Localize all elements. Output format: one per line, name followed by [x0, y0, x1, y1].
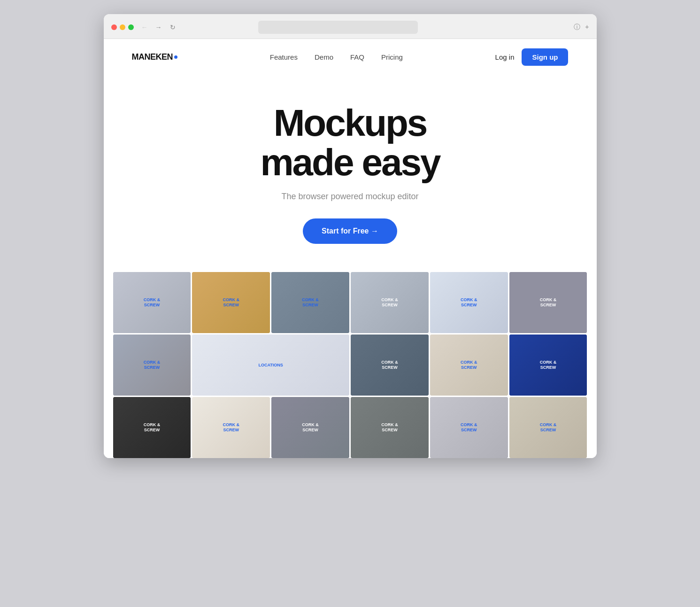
brand-label-r1c5: CORK &SCREW	[430, 272, 508, 333]
brand-label-r3c1: CORK &SCREW	[113, 397, 191, 458]
grid-cell-r3c2: CORK &SCREW	[192, 397, 270, 458]
navbar: MANEKEN Features Demo FAQ Pricing Log in…	[104, 39, 597, 75]
grid-cell-r1c1: CORK &SCREW	[113, 272, 191, 333]
traffic-lights	[111, 24, 134, 30]
grid-cell-r3c1: CORK &SCREW	[113, 397, 191, 458]
brand-label-r1c1: CORK &SCREW	[113, 272, 191, 333]
minimize-button[interactable]	[120, 24, 125, 30]
brand-label-r2c5: CORK &SCREW	[430, 335, 508, 396]
grid-cell-r1c2: CORK &SCREW	[192, 272, 270, 333]
add-tab-icon[interactable]: +	[585, 23, 589, 31]
grid-cell-r3c3: CORK &SCREW	[271, 397, 349, 458]
nav-item-features[interactable]: Features	[270, 53, 298, 62]
hero-subtitle: The browser powered mockup editor	[123, 192, 578, 202]
grid-cell-r1c4: CORK &SCREW	[351, 272, 429, 333]
browser-window: ← → ↻ ⓘ + MANEKEN Features Demo	[104, 14, 597, 458]
hero-title: Mockups made easy	[123, 103, 578, 182]
nav-link-faq[interactable]: FAQ	[350, 53, 364, 61]
grid-cell-r2c1: CORK &SCREW	[113, 335, 191, 396]
grid-cell-r1c5: CORK &SCREW	[430, 272, 508, 333]
nav-link-pricing[interactable]: Pricing	[381, 53, 403, 61]
grid-cell-r1c3: CORK &SCREW	[271, 272, 349, 333]
brand-label-r2c1: CORK &SCREW	[113, 335, 191, 396]
info-icon[interactable]: ⓘ	[574, 23, 580, 31]
grid-cell-r2c6: CORK &SCREW	[509, 335, 587, 396]
back-button[interactable]: ←	[139, 22, 150, 32]
reload-button[interactable]: ↻	[168, 22, 178, 32]
grid-cell-r2c4: CORK &SCREW	[351, 335, 429, 396]
brand-label-r2c2: LOCATIONS	[192, 335, 349, 396]
grid-cell-r2c2: LOCATIONS	[192, 335, 349, 396]
logo-dot	[174, 55, 177, 59]
grid-cell-r3c4: CORK &SCREW	[351, 397, 429, 458]
forward-button[interactable]: →	[154, 22, 164, 32]
brand-label-r1c4: CORK &SCREW	[351, 272, 429, 333]
address-bar[interactable]	[258, 21, 418, 34]
nav-actions: Log in Sign up	[495, 48, 569, 66]
hero-section: Mockups made easy The browser powered mo…	[104, 75, 597, 267]
close-button[interactable]	[111, 24, 117, 30]
brand-label-r1c2: CORK &SCREW	[192, 272, 270, 333]
maximize-button[interactable]	[128, 24, 134, 30]
grid-cell-r3c6: CORK &SCREW	[509, 397, 587, 458]
grid-cell-r3c5: CORK &SCREW	[430, 397, 508, 458]
nav-item-pricing[interactable]: Pricing	[381, 53, 403, 62]
cta-button[interactable]: Start for Free →	[303, 218, 397, 244]
hero-title-line2: made easy	[260, 141, 439, 183]
mockup-image-grid: CORK &SCREW CORK &SCREW CORK &SCREW CORK…	[104, 272, 597, 458]
brand-label-r3c4: CORK &SCREW	[351, 397, 429, 458]
signup-button[interactable]: Sign up	[522, 48, 568, 66]
brand-label-r3c5: CORK &SCREW	[430, 397, 508, 458]
nav-link-demo[interactable]: Demo	[315, 53, 333, 61]
grid-cell-r2c5: CORK &SCREW	[430, 335, 508, 396]
page-content: MANEKEN Features Demo FAQ Pricing Log in…	[104, 39, 597, 458]
browser-actions: ⓘ +	[574, 23, 589, 31]
nav-item-faq[interactable]: FAQ	[350, 53, 364, 62]
brand-label-r3c6: CORK &SCREW	[509, 397, 587, 458]
browser-chrome: ← → ↻ ⓘ +	[104, 14, 597, 39]
login-button[interactable]: Log in	[495, 53, 515, 61]
logo: MANEKEN	[132, 52, 178, 62]
nav-link-features[interactable]: Features	[270, 53, 298, 61]
logo-text: MANEKEN	[132, 52, 173, 62]
nav-links: Features Demo FAQ Pricing	[270, 53, 403, 62]
hero-title-line1: Mockups	[274, 102, 427, 144]
brand-label-r1c3: CORK &SCREW	[271, 272, 349, 333]
brand-label-r3c2: CORK &SCREW	[192, 397, 270, 458]
brand-label-r2c6: CORK &SCREW	[509, 335, 587, 396]
brand-label-r1c6: CORK &SCREW	[509, 272, 587, 333]
brand-label-r3c3: CORK &SCREW	[271, 397, 349, 458]
nav-item-demo[interactable]: Demo	[315, 53, 333, 62]
brand-label-r2c4: CORK &SCREW	[351, 335, 429, 396]
grid-cell-r1c6: CORK &SCREW	[509, 272, 587, 333]
browser-nav: ← → ↻	[139, 22, 178, 32]
